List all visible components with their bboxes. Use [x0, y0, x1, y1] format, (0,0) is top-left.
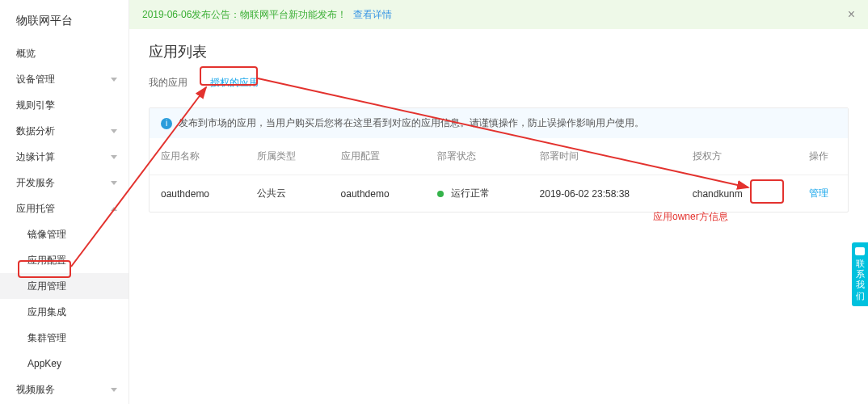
main-content: 2019-06-06发布公告：物联网平台新功能发布！ 查看详情 × 应用列表 我…: [129, 0, 868, 404]
sidebar-item-label: 规则引擎: [16, 92, 55, 118]
sidebar-item-label: 应用集成: [27, 299, 66, 325]
chevron-down-icon: [111, 155, 117, 159]
sidebar-item-label: 应用托管: [16, 196, 55, 221]
sidebar-item-rule-engine[interactable]: 规则引擎: [0, 92, 129, 118]
sidebar-item-app-manage[interactable]: 应用管理: [0, 273, 129, 299]
th-time: 部署时间: [529, 138, 681, 175]
cell-status: 运行正常: [426, 175, 529, 213]
th-status: 部署状态: [426, 138, 529, 175]
sidebar-item-label: 数据分析: [16, 118, 55, 144]
sidebar-item-label: AppKey: [27, 351, 61, 377]
content-card: i 发布到市场的应用，当用户购买后您将在这里看到对应的应用信息。请谨慎操作，防止…: [149, 107, 849, 213]
sidebar-item-label: 边缘计算: [16, 144, 55, 170]
table-header-row: 应用名称 所属类型 应用配置 部署状态 部署时间 授权方 操作: [150, 138, 848, 175]
sidebar-item-label: 集群管理: [27, 325, 66, 351]
info-bar: i 发布到市场的应用，当用户购买后您将在这里看到对应的应用信息。请谨慎操作，防止…: [150, 108, 848, 138]
contact-label: 联系我们: [856, 259, 865, 301]
brand-title: 物联网平台: [0, 0, 129, 40]
sidebar-item-label: 视频服务: [16, 377, 55, 402]
cell-time: 2019-06-02 23:58:38: [529, 175, 681, 213]
th-type: 所属类型: [246, 138, 329, 175]
sidebar-item-app-integrate[interactable]: 应用集成: [0, 299, 129, 325]
sidebar-item-image-manage[interactable]: 镜像管理: [0, 221, 129, 247]
tab-authorized-apps[interactable]: 授权的应用: [210, 73, 259, 93]
chevron-down-icon: [111, 78, 117, 82]
apps-table: 应用名称 所属类型 应用配置 部署状态 部署时间 授权方 操作 oauthdem…: [150, 138, 848, 212]
cell-action: 管理: [780, 175, 848, 213]
tabs: 我的应用 授权的应用: [149, 73, 849, 93]
chevron-down-icon: [111, 388, 117, 392]
chevron-down-icon: [111, 129, 117, 133]
sidebar-item-data-analysis[interactable]: 数据分析: [0, 118, 129, 144]
info-icon: i: [161, 118, 172, 129]
status-dot-icon: [437, 191, 444, 197]
th-config: 应用配置: [330, 138, 426, 175]
cell-owner: chandkunm: [681, 175, 780, 213]
sidebar-item-label: 应用配置: [27, 247, 66, 273]
contact-us-badge[interactable]: 联系我们: [852, 242, 868, 306]
chat-icon: [855, 247, 865, 255]
th-name: 应用名称: [150, 138, 246, 175]
sidebar-item-device-manage[interactable]: 设备管理: [0, 66, 129, 92]
sidebar-item-label: 设备管理: [16, 66, 55, 92]
sidebar-item-label: 应用管理: [27, 273, 66, 299]
sidebar-item-label: 概览: [16, 40, 36, 66]
sidebar: 物联网平台 概览 设备管理 规则引擎 数据分析 边缘计算 开发服务 应用托管 镜…: [0, 0, 129, 404]
sidebar-item-edge-compute[interactable]: 边缘计算: [0, 144, 129, 170]
table-row: oauthdemo 公共云 oauthdemo 运行正常 2019-06-02 …: [150, 175, 848, 213]
th-action: 操作: [780, 138, 848, 175]
sidebar-item-label: 开发服务: [16, 170, 55, 196]
sidebar-item-cluster-manage[interactable]: 集群管理: [0, 325, 129, 351]
announcement-text: 2019-06-06发布公告：物联网平台新功能发布！: [142, 9, 347, 20]
sidebar-item-overview[interactable]: 概览: [0, 40, 129, 66]
announcement-bar: 2019-06-06发布公告：物联网平台新功能发布！ 查看详情 ×: [129, 0, 868, 29]
info-text: 发布到市场的应用，当用户购买后您将在这里看到对应的应用信息。请谨慎操作，防止误操…: [179, 116, 644, 130]
sidebar-item-video-services[interactable]: 视频服务: [0, 377, 129, 402]
sidebar-item-label: 镜像管理: [27, 221, 66, 247]
page-title: 应用列表: [149, 42, 849, 61]
cell-name: oauthdemo: [150, 175, 246, 213]
manage-button[interactable]: 管理: [809, 187, 828, 199]
sidebar-item-appkey[interactable]: AppKey: [0, 351, 129, 377]
announcement-link[interactable]: 查看详情: [353, 9, 392, 20]
th-owner: 授权方: [681, 138, 780, 175]
sidebar-item-app-config[interactable]: 应用配置: [0, 247, 129, 273]
close-icon[interactable]: ×: [848, 0, 855, 29]
cell-config: oauthdemo: [330, 175, 426, 213]
tab-my-apps[interactable]: 我的应用: [149, 73, 188, 93]
status-text: 运行正常: [451, 187, 490, 199]
chevron-up-icon: [111, 207, 117, 211]
sidebar-item-dev-services[interactable]: 开发服务: [0, 170, 129, 196]
cell-type: 公共云: [246, 175, 329, 213]
sidebar-item-app-hosting[interactable]: 应用托管: [0, 196, 129, 221]
chevron-down-icon: [111, 181, 117, 185]
